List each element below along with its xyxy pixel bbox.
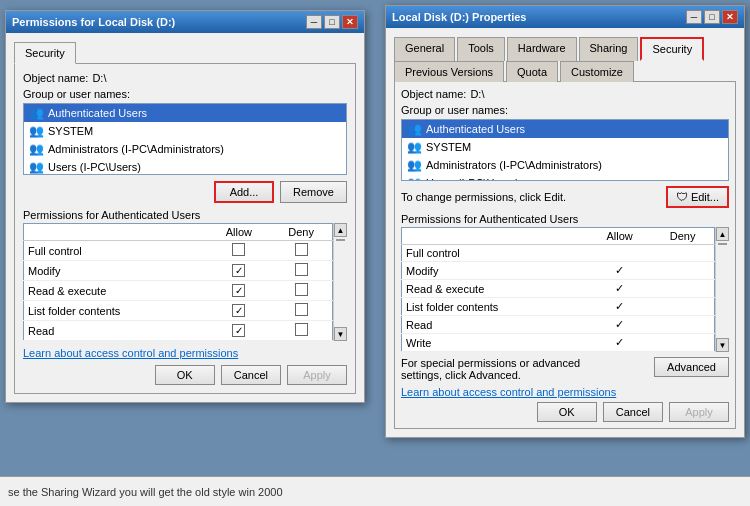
- permissions-label: Permissions for Authenticated Users: [401, 213, 729, 225]
- deny-checkbox[interactable]: [295, 283, 308, 296]
- scroll-up-button[interactable]: ▲: [716, 227, 729, 241]
- perm-allow[interactable]: [208, 241, 271, 261]
- tab-hardware[interactable]: Hardware: [507, 37, 577, 61]
- edit-btn-label: Edit...: [691, 191, 719, 203]
- table-row: Full control: [24, 241, 333, 261]
- list-item[interactable]: 👥 SYSTEM: [24, 122, 346, 140]
- tab-general[interactable]: General: [394, 37, 455, 61]
- deny-checkbox[interactable]: [295, 243, 308, 256]
- edit-icon: 🛡: [676, 190, 688, 204]
- list-item[interactable]: 👥 Authenticated Users: [402, 120, 728, 138]
- object-label: Object name:: [401, 88, 466, 100]
- minimize-button[interactable]: ─: [306, 15, 322, 29]
- perm-allow[interactable]: [208, 281, 271, 301]
- perm-allow[interactable]: [208, 261, 271, 281]
- tab-sharing[interactable]: Sharing: [579, 37, 639, 61]
- scroll-down-button[interactable]: ▼: [716, 338, 729, 352]
- scroll-down-button[interactable]: ▼: [334, 327, 347, 341]
- learn-link[interactable]: Learn about access control and permissio…: [401, 386, 616, 398]
- allow-checkbox[interactable]: [232, 284, 245, 297]
- tab-security[interactable]: Security: [640, 37, 704, 61]
- permissions-titlebar: Permissions for Local Disk (D:) ─ □ ✕: [6, 11, 364, 33]
- table-row: Read: [24, 321, 333, 341]
- deny-checkbox[interactable]: [295, 263, 308, 276]
- scroll-up-button[interactable]: ▲: [334, 223, 347, 237]
- learn-link[interactable]: Learn about access control and permissio…: [23, 347, 238, 359]
- cancel-button[interactable]: Cancel: [221, 365, 281, 385]
- scroll-track: [716, 241, 729, 338]
- tab-security[interactable]: Security: [14, 42, 76, 64]
- tab-tools[interactable]: Tools: [457, 37, 505, 61]
- remove-button[interactable]: Remove: [280, 181, 347, 203]
- perm-name: Read & execute: [402, 280, 588, 298]
- allow-checkbox[interactable]: [232, 304, 245, 317]
- close-button[interactable]: ✕: [722, 10, 738, 24]
- bottom-bar: se the Sharing Wizard you will get the o…: [0, 476, 750, 506]
- add-button[interactable]: Add...: [214, 181, 274, 203]
- col-allow: Allow: [588, 228, 651, 245]
- list-item[interactable]: 👥 Authenticated Users: [24, 104, 346, 122]
- user-name: SYSTEM: [48, 125, 93, 137]
- table-row: Read ✓: [402, 316, 715, 334]
- perm-deny[interactable]: [270, 301, 332, 321]
- allow-checkbox[interactable]: [232, 264, 245, 277]
- perm-name: Modify: [24, 261, 208, 281]
- scroll-thumb[interactable]: [336, 239, 345, 241]
- perm-allow: ✓: [588, 262, 651, 280]
- list-item[interactable]: 👥 Users (I-PC\Users): [402, 174, 728, 181]
- perm-deny[interactable]: [270, 321, 332, 341]
- user-name: Authenticated Users: [426, 123, 525, 135]
- perm-deny[interactable]: [270, 261, 332, 281]
- list-item[interactable]: 👥 Administrators (I-PC\Administrators): [402, 156, 728, 174]
- permissions-table: Allow Deny Full control Modify: [23, 223, 333, 341]
- scroll-thumb[interactable]: [718, 243, 727, 245]
- list-item[interactable]: 👥 Users (I-PC\Users): [24, 158, 346, 175]
- deny-checkbox[interactable]: [295, 303, 308, 316]
- advanced-button[interactable]: Advanced: [654, 357, 729, 377]
- ok-button[interactable]: OK: [155, 365, 215, 385]
- users-listbox[interactable]: 👥 Authenticated Users 👥 SYSTEM 👥 Adminis…: [401, 119, 729, 181]
- perm-deny: [651, 280, 714, 298]
- edit-button[interactable]: 🛡 Edit...: [666, 186, 729, 208]
- table-row: Read & execute ✓: [402, 280, 715, 298]
- user-name: SYSTEM: [426, 141, 471, 153]
- scrollbar[interactable]: ▲ ▼: [715, 227, 729, 352]
- allow-checkbox[interactable]: [232, 243, 245, 256]
- apply-button[interactable]: Apply: [287, 365, 347, 385]
- table-row: List folder contents ✓: [402, 298, 715, 316]
- tab-previous-versions[interactable]: Previous Versions: [394, 61, 504, 82]
- close-button[interactable]: ✕: [342, 15, 358, 29]
- perm-deny[interactable]: [270, 281, 332, 301]
- titlebar-left: Permissions for Local Disk (D:): [12, 16, 175, 28]
- users-listbox[interactable]: 👥 Authenticated Users 👥 SYSTEM 👥 Adminis…: [23, 103, 347, 175]
- user-icon: 👥: [406, 176, 422, 181]
- group-label: Group or user names:: [23, 88, 347, 100]
- scrollbar[interactable]: ▲ ▼: [333, 223, 347, 341]
- user-icon: 👥: [28, 106, 44, 120]
- perm-deny: [651, 262, 714, 280]
- permissions-title: Permissions for Local Disk (D:): [12, 16, 175, 28]
- cancel-button[interactable]: Cancel: [603, 402, 663, 422]
- maximize-button[interactable]: □: [704, 10, 720, 24]
- apply-button[interactable]: Apply: [669, 402, 729, 422]
- user-name: Users (I-PC\Users): [426, 177, 519, 181]
- tab-customize[interactable]: Customize: [560, 61, 634, 82]
- list-item[interactable]: 👥 Administrators (I-PC\Administrators): [24, 140, 346, 158]
- col-allow: Allow: [208, 224, 271, 241]
- ok-button[interactable]: OK: [537, 402, 597, 422]
- perm-allow[interactable]: [208, 301, 271, 321]
- perm-deny: [651, 298, 714, 316]
- col-deny: Deny: [651, 228, 714, 245]
- list-item[interactable]: 👥 SYSTEM: [402, 138, 728, 156]
- user-name: Authenticated Users: [48, 107, 147, 119]
- perm-allow[interactable]: [208, 321, 271, 341]
- minimize-button[interactable]: ─: [686, 10, 702, 24]
- allow-checkbox[interactable]: [232, 324, 245, 337]
- group-label: Group or user names:: [401, 104, 729, 116]
- maximize-button[interactable]: □: [324, 15, 340, 29]
- tab-quota[interactable]: Quota: [506, 61, 558, 82]
- perm-name: Full control: [402, 245, 588, 262]
- perm-deny[interactable]: [270, 241, 332, 261]
- deny-checkbox[interactable]: [295, 323, 308, 336]
- user-icon: 👥: [28, 160, 44, 174]
